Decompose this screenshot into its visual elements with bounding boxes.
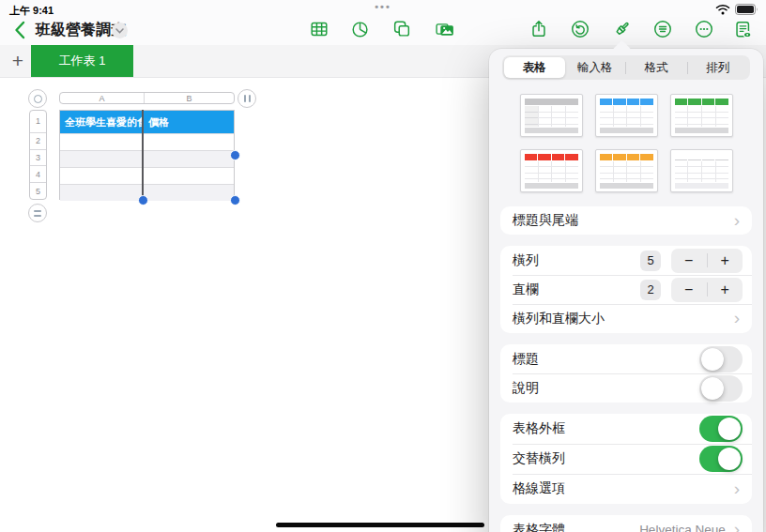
row-column-size-row[interactable]: 橫列和直欄大小 ›	[500, 304, 752, 333]
table-font-label: 表格字體	[513, 522, 639, 532]
row-header-4[interactable]: 4	[30, 165, 46, 182]
column-header-a[interactable]: A	[60, 93, 145, 103]
table-cell[interactable]	[60, 185, 144, 201]
sort-filter-button[interactable]	[652, 19, 673, 39]
add-row-handle[interactable]	[28, 204, 47, 222]
sheet-tab-worksheet-1[interactable]: 工作表 1	[31, 45, 133, 77]
table-style-green[interactable]	[670, 94, 733, 137]
gridline-options-row[interactable]: 格線選項 ›	[500, 474, 752, 504]
tab-arrange[interactable]: 排列	[688, 57, 749, 78]
more-button[interactable]	[694, 19, 714, 39]
rows-decrement-button[interactable]: −	[671, 249, 707, 273]
rows-stepper[interactable]: − +	[671, 249, 743, 273]
row-header-strip[interactable]: 1 2 3 4 5	[29, 110, 47, 200]
toggle-knob	[701, 377, 724, 400]
rows-count-row: 橫列 5 − +	[500, 246, 752, 275]
table-font-row[interactable]: 表格字體 Helvetica Neue ›	[500, 515, 752, 532]
columns-count-row: 直欄 2 − +	[500, 275, 752, 304]
tab-cell[interactable]: 輸入格	[565, 57, 626, 78]
table-style-plain[interactable]	[670, 149, 733, 192]
rows-value: 5	[640, 251, 661, 271]
headers-footer-label: 標題與尾端	[513, 212, 734, 229]
add-sheet-button[interactable]: +	[6, 45, 30, 77]
chevron-down-icon	[115, 28, 124, 34]
row-header-1[interactable]: 1	[30, 111, 46, 132]
tab-format[interactable]: 格式	[626, 57, 687, 78]
columns-decrement-button[interactable]: −	[671, 278, 707, 302]
table-cell[interactable]	[60, 134, 144, 150]
style-footer	[675, 183, 728, 189]
column-header-strip[interactable]: A B	[59, 92, 235, 104]
style-body	[600, 161, 653, 182]
shapes-icon	[391, 19, 412, 39]
table-style-gray[interactable]	[520, 94, 583, 137]
table-header-cell[interactable]: 價格	[144, 111, 234, 133]
selection-handle-bottom[interactable]	[138, 195, 148, 205]
selection-handle-corner[interactable]	[230, 195, 240, 205]
caption-row: 說明	[500, 373, 752, 403]
pie-chart-icon	[350, 19, 371, 39]
multitask-indicator-icon: •••	[0, 1, 766, 12]
columns-label: 直欄	[513, 281, 640, 298]
table-row	[60, 167, 234, 184]
style-footer	[525, 183, 578, 189]
insert-media-button[interactable]	[435, 19, 455, 39]
style-footer	[600, 183, 653, 189]
table-select-handle[interactable]	[28, 89, 47, 108]
column-header-b[interactable]: B	[145, 93, 234, 103]
format-tabs: 表格 輸入格 格式 排列	[502, 55, 750, 80]
column-resize-divider[interactable]	[142, 110, 144, 200]
table-cell[interactable]	[144, 168, 234, 184]
table-cell[interactable]	[60, 151, 144, 167]
insert-chart-button[interactable]	[350, 19, 371, 39]
share-button[interactable]	[529, 19, 549, 39]
table-cell[interactable]	[144, 134, 234, 150]
gridline-options-label: 格線選項	[513, 480, 734, 497]
group-structure: 橫列 5 − + 直欄 2 − + 橫列和直欄大小 ›	[500, 246, 752, 333]
undo-button[interactable]	[570, 19, 590, 39]
row-column-size-label: 橫列和直欄大小	[513, 311, 734, 327]
back-chevron-icon	[14, 21, 25, 39]
tab-table[interactable]: 表格	[504, 57, 565, 78]
back-button[interactable]	[9, 19, 30, 41]
table-font-value: Helvetica Neue	[639, 523, 726, 532]
list-circle-icon	[652, 19, 673, 39]
media-icon	[435, 19, 455, 39]
headers-footer-row[interactable]: 標題與尾端 ›	[500, 206, 752, 235]
table-style-blue[interactable]	[595, 94, 658, 137]
selection-handle-right[interactable]	[230, 150, 240, 160]
rows-increment-button[interactable]: +	[708, 249, 743, 273]
columns-increment-button[interactable]: +	[708, 278, 743, 302]
table-style-orange[interactable]	[595, 149, 658, 192]
table-cell[interactable]	[144, 151, 234, 167]
spreadsheet-table[interactable]: 全班學生喜愛的食物 價格	[59, 110, 235, 200]
home-indicator[interactable]	[276, 523, 484, 527]
row-header-5[interactable]: 5	[30, 182, 46, 199]
table-header-cell[interactable]: 全班學生喜愛的食物	[60, 111, 144, 133]
document-title-menu-button[interactable]	[112, 23, 128, 38]
alternating-rows-toggle[interactable]	[699, 446, 743, 472]
group-title-caption: 標題 說明	[500, 344, 752, 403]
columns-stepper[interactable]: − +	[671, 278, 743, 302]
insert-table-button[interactable]	[309, 19, 329, 39]
table-outline-toggle[interactable]	[699, 416, 743, 442]
top-bar: 上午 9:41 ••• 班級營養調查	[0, 0, 766, 45]
row-header-3[interactable]: 3	[30, 149, 46, 166]
view-options-button[interactable]	[732, 19, 753, 39]
row-header-2[interactable]: 2	[30, 132, 46, 149]
toggle-knob	[718, 418, 741, 440]
chevron-right-icon: ›	[734, 479, 740, 497]
insert-shape-button[interactable]	[391, 19, 412, 39]
table-title-toggle[interactable]	[699, 346, 743, 372]
table-row	[60, 150, 234, 167]
chevron-right-icon: ›	[734, 520, 740, 532]
table-style-red[interactable]	[520, 149, 583, 192]
add-column-handle[interactable]	[237, 89, 256, 108]
group-borders: 表格外框 交替橫列 格線選項 ›	[500, 414, 752, 504]
document-eye-icon	[732, 19, 753, 40]
format-brush-button[interactable]	[611, 19, 632, 39]
caption-label: 說明	[513, 380, 699, 397]
table-cell[interactable]	[60, 168, 144, 184]
table-cell[interactable]	[144, 185, 234, 201]
caption-toggle[interactable]	[699, 375, 743, 402]
